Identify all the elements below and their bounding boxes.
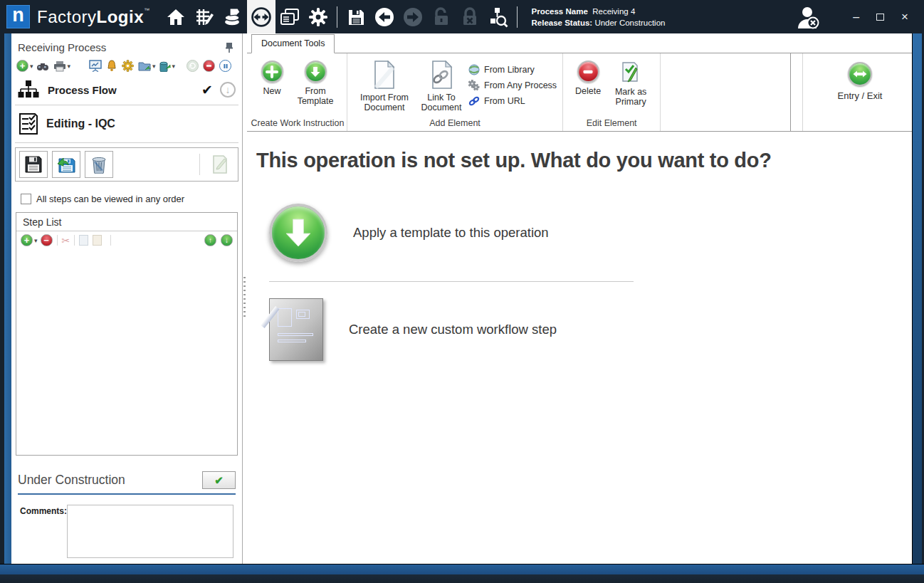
export-dropdown-caret[interactable]: ▾ [152, 63, 156, 70]
home-button[interactable] [162, 0, 190, 33]
create-custom-step-option[interactable]: Create a new custom workflow step [269, 298, 898, 361]
process-definition-button[interactable] [247, 0, 275, 33]
floppy-export-icon [56, 155, 76, 174]
from-template-button[interactable]: From Template [293, 61, 337, 106]
comments-label: Comments: [20, 505, 67, 558]
mark-as-primary-button[interactable]: Mark as Primary [611, 61, 651, 107]
entry-exit-button[interactable]: Entry / Exit [821, 62, 899, 101]
from-library-button[interactable]: From Library [468, 62, 557, 78]
toolbar-separator [517, 6, 518, 28]
add-operation-button[interactable]: + [16, 60, 28, 72]
add-dropdown-caret[interactable]: ▾ [30, 63, 33, 70]
reports-icon [280, 8, 300, 26]
comments-textarea[interactable] [67, 505, 233, 558]
save-as-template-button[interactable] [52, 151, 80, 178]
user-icon [793, 3, 821, 31]
window-controls: – × [853, 13, 908, 21]
primary-check-icon [620, 61, 641, 83]
gold-gear-icon[interactable] [122, 60, 134, 72]
worksheet-edit-icon [194, 8, 214, 26]
pause-circle-icon[interactable] [219, 60, 231, 72]
close-button[interactable]: × [901, 13, 908, 21]
link-to-document-button[interactable]: Link To Document [419, 61, 463, 112]
checklist-icon [18, 112, 39, 135]
ribbon: New From Template Create Work Instructio… [247, 53, 912, 132]
lock-x-button[interactable] [456, 0, 484, 33]
save-operation-button[interactable] [19, 151, 48, 178]
step-list-body[interactable] [16, 249, 237, 455]
release-status-row: Under Construction ✔ [18, 471, 236, 489]
apply-template-option[interactable]: Apply a template to this operation [269, 204, 898, 262]
splitter-grip-icon [243, 277, 246, 318]
process-name-value: Receiving 4 [592, 7, 635, 16]
toolbar-separator [337, 6, 337, 28]
gear-icon [308, 7, 328, 27]
process-info: Process Name Receiving 4 Release Status:… [532, 6, 666, 28]
bell-icon[interactable] [106, 60, 117, 72]
operation-actions-box [15, 147, 238, 182]
search-binoculars-icon[interactable] [36, 61, 49, 72]
panel-splitter[interactable] [243, 33, 247, 564]
save-button[interactable] [342, 0, 370, 33]
collapse-circle-button[interactable]: ↓ [220, 82, 236, 98]
save-icon [347, 8, 365, 26]
order-checkbox[interactable] [21, 194, 31, 204]
forward-button[interactable] [399, 0, 427, 33]
process-audit-button[interactable] [484, 0, 513, 33]
step-list-toolbar: + ▾ − ✂ ↑ ↓ [16, 231, 237, 249]
app-brand: FactoryLogix™ [37, 7, 150, 27]
tab-document-tools[interactable]: Document Tools [251, 34, 335, 53]
from-url-button[interactable]: From URL [468, 93, 557, 109]
materials-button[interactable] [219, 0, 247, 33]
worksheet-edit-button[interactable] [190, 0, 219, 33]
add-step-caret[interactable]: ▾ [34, 237, 38, 244]
approve-button[interactable]: ✔ [202, 471, 236, 489]
panel-toolbar: + ▾ ▾ ▾ ▾ [11, 55, 242, 75]
export-folder-icon[interactable] [138, 61, 151, 72]
process-flow-row[interactable]: Process Flow ✔ ↓ [11, 75, 242, 105]
presentation-board-icon[interactable] [89, 60, 102, 72]
refresh-circle-icon[interactable] [187, 60, 199, 72]
setup-prompt-area: This operation is not set up. What do yo… [247, 132, 912, 564]
flow-valid-check-icon: ✔ [201, 82, 213, 98]
receiving-process-panel: Receiving Process + ▾ ▾ ▾ ▾ [11, 33, 243, 564]
stop-circle-icon[interactable] [203, 60, 215, 72]
reports-button[interactable] [275, 0, 304, 33]
group-edit-element: Delete Mark as Primary Edit Element [563, 53, 661, 131]
user-account-button[interactable] [793, 3, 821, 31]
print-dropdown-caret[interactable]: ▾ [68, 63, 71, 70]
floppy-icon [24, 155, 43, 174]
panel-title: Receiving Process [18, 41, 106, 53]
cut-icon[interactable]: ✂ [62, 235, 70, 246]
delete-export-icon[interactable] [159, 61, 171, 72]
move-step-down-button[interactable]: ↓ [221, 234, 233, 246]
copy-icon[interactable] [79, 235, 88, 246]
paste-icon[interactable] [93, 235, 102, 246]
setup-heading: This operation is not set up. What do yo… [256, 149, 898, 172]
import-from-document-button[interactable]: Import From Document [357, 61, 412, 112]
process-flow-label: Process Flow [48, 84, 117, 96]
new-work-instruction-button[interactable]: New [258, 61, 286, 96]
operation-row[interactable]: Editing - IQC [11, 105, 242, 142]
print-icon[interactable] [53, 61, 66, 72]
move-step-up-button[interactable]: ↑ [204, 234, 216, 246]
back-button[interactable] [370, 0, 399, 33]
from-any-process-button[interactable]: From Any Process [468, 78, 557, 93]
options-divider [269, 281, 634, 282]
pin-icon[interactable] [225, 42, 233, 53]
delete-dropdown-caret[interactable]: ▾ [172, 63, 176, 70]
edit-disabled-button[interactable] [206, 151, 234, 178]
settings-button[interactable] [304, 0, 332, 33]
delete-operation-button[interactable] [85, 151, 113, 178]
unlock-button[interactable] [427, 0, 456, 33]
group-create-work-instruction: New From Template Create Work Instructio… [248, 53, 347, 131]
maximize-button[interactable] [876, 14, 884, 21]
add-step-button[interactable]: + [21, 234, 33, 246]
big-green-down-arrow-icon [269, 204, 327, 262]
remove-step-button[interactable]: − [41, 234, 53, 246]
minimize-button[interactable]: – [853, 14, 859, 21]
forward-arrow-icon [402, 6, 424, 28]
delete-element-button[interactable]: Delete [572, 61, 604, 96]
window-border-bottom [0, 564, 924, 583]
lock-x-icon [461, 7, 479, 27]
